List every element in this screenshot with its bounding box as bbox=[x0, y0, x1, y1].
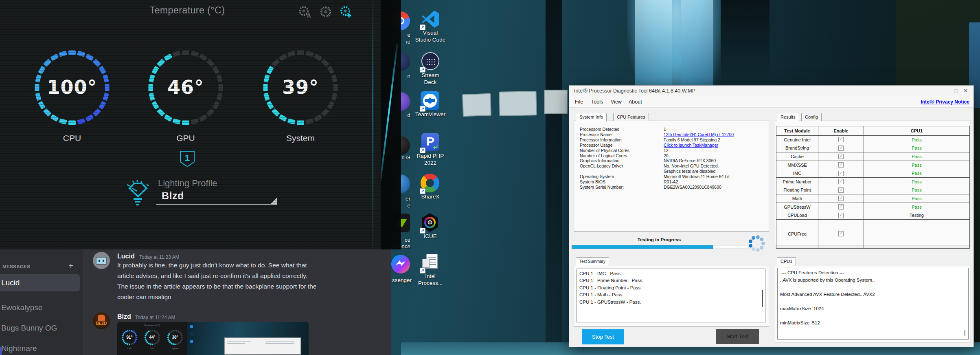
sidebar-item-lucid[interactable]: Lucid bbox=[0, 274, 80, 291]
menu-view[interactable]: View bbox=[611, 99, 622, 105]
mini-gpu-label: GPU bbox=[143, 347, 162, 350]
checkbox[interactable] bbox=[838, 137, 844, 142]
desktop-icon-teamviewer[interactable]: ↗ TeamViewer bbox=[408, 91, 453, 118]
scrollbar-thumb[interactable] bbox=[965, 330, 965, 336]
lighting-gem-icon bbox=[121, 178, 153, 208]
loading-spinner-icon bbox=[747, 234, 766, 253]
wallpaper-pillar bbox=[721, 0, 770, 85]
info-value-link[interactable]: Click to launch TaskManager bbox=[664, 143, 718, 148]
avatar[interactable] bbox=[93, 252, 110, 269]
tab-cpu-features[interactable]: CPU Features bbox=[613, 113, 649, 121]
tab-test-summary[interactable]: Test Summary bbox=[576, 257, 609, 266]
enable-cell bbox=[818, 203, 864, 211]
icon-label: Rapid PHP bbox=[408, 152, 453, 159]
checkbox[interactable] bbox=[838, 171, 844, 176]
summary-line: CPU 1 - Floating Point - Pass. bbox=[579, 284, 763, 291]
menu-file[interactable]: File bbox=[575, 99, 583, 105]
test-module-name: IMC bbox=[776, 169, 818, 177]
checkbox[interactable] bbox=[838, 231, 844, 236]
message-author[interactable]: Blzd bbox=[117, 313, 131, 320]
desktop-icon-sharex[interactable]: ↗ ShareX bbox=[408, 174, 453, 200]
system-info-row: Graphics InformationNVIDIA GeForce RTX 3… bbox=[580, 158, 734, 163]
start-test-button[interactable]: Start Test bbox=[716, 329, 759, 344]
shortcut-arrow-icon: ↗ bbox=[420, 67, 425, 73]
desktop-icon-stream-deck[interactable]: ↗ Stream Deck bbox=[408, 51, 453, 86]
test-module-name: Floating Point bbox=[776, 186, 818, 194]
fan-icon[interactable] bbox=[318, 5, 333, 19]
sidebar-item-bugs-bunny-og[interactable]: Bugs Bunny OG bbox=[0, 320, 80, 337]
checkbox[interactable] bbox=[838, 213, 844, 218]
cpu1-line bbox=[780, 298, 966, 305]
checkbox[interactable] bbox=[838, 162, 844, 168]
intel-diagnostic-window: Intel® Processor Diagnostic Tool 64Bit 4… bbox=[569, 85, 974, 347]
cpu1-output[interactable]: --- CPU Features Detection ---..AVX is s… bbox=[777, 268, 969, 340]
lighting-profile-dropdown[interactable]: Blzd bbox=[162, 190, 184, 202]
summary-line: CPU 1 - Prime Number - Pass. bbox=[579, 277, 763, 284]
fan-custom-icon[interactable] bbox=[338, 5, 354, 19]
gpu-temp-value: 46° bbox=[141, 76, 230, 98]
menu-tools[interactable]: Tools bbox=[591, 99, 603, 105]
progress-fill bbox=[572, 245, 713, 249]
desktop-icon-icue[interactable]: ⏼ ↗ iCUE bbox=[408, 213, 453, 240]
checkbox[interactable] bbox=[838, 179, 844, 184]
create-dm-button[interactable]: + bbox=[68, 261, 73, 271]
message-text-line: It probably is fine, the guy just didn't… bbox=[117, 262, 362, 269]
sidebar-item-ewokalypse[interactable]: Ewokalypse bbox=[0, 299, 80, 316]
mini-system-value: 38° bbox=[165, 335, 185, 340]
cpu-temperature-gauge: 100° CPU bbox=[27, 43, 117, 145]
maximize-button[interactable]: □ bbox=[951, 87, 960, 95]
wallpaper-window-pane bbox=[499, 91, 537, 116]
summary-line: CPU 1 - IMC - Pass. bbox=[579, 270, 763, 277]
checkbox[interactable] bbox=[838, 204, 844, 209]
results-group: Results Config Test ModuleEnableCPU1Genu… bbox=[775, 121, 971, 245]
tab-config[interactable]: Config bbox=[801, 113, 822, 121]
enable-cell bbox=[818, 144, 864, 152]
info-label: System Serial Number: bbox=[580, 185, 664, 190]
temperature-title: Temperature (°C) bbox=[134, 5, 240, 16]
desktop-icon-rapid-php[interactable]: P↵ ↗ Rapid PHP 2022 bbox=[408, 132, 453, 166]
sidebar-item-nightmare[interactable]: Nightmare bbox=[0, 340, 80, 355]
discord-window: MESSAGES + LucidEwokalypseBugs Bunny OGN… bbox=[0, 249, 391, 355]
info-value: R01-A2 bbox=[664, 179, 678, 185]
result-status: Pass bbox=[864, 144, 969, 152]
close-button[interactable]: ✕ bbox=[961, 87, 970, 95]
summary-line: CPU 1 - GPUStressW - Pass. bbox=[579, 299, 763, 306]
icon-label: Deck bbox=[408, 79, 453, 86]
cpu1-line: --- CPU Features Detection --- bbox=[780, 269, 966, 277]
tab-cpu1[interactable]: CPU1 bbox=[777, 257, 796, 266]
gpu-gauge-label: GPU bbox=[141, 133, 230, 143]
stop-test-button[interactable]: Stop Test bbox=[582, 329, 624, 344]
icon-label: Intel bbox=[408, 273, 453, 280]
checkbox[interactable] bbox=[838, 154, 844, 159]
tab-results[interactable]: Results bbox=[777, 113, 799, 121]
mini-cpu-label: CPU bbox=[120, 347, 139, 350]
image-attachment[interactable]: Temperature (°C) 91° CPU 44° GPU 38° Sys… bbox=[117, 322, 309, 355]
fan-auto-icon[interactable]: A bbox=[297, 5, 312, 19]
shortcut-arrow-icon: ↗ bbox=[420, 268, 425, 273]
profile-badge[interactable]: 1 bbox=[180, 150, 195, 168]
column-header: CPU1 bbox=[864, 126, 969, 135]
title-bar[interactable]: Intel® Processor Diagnostic Tool 64Bit 4… bbox=[569, 86, 973, 96]
screen: e ie n d n G er e ce erience ssenger ↗ V… bbox=[0, 0, 980, 355]
test-summary-list[interactable]: CPU 1 - IMC - Pass.CPU 1 - Prime Number … bbox=[577, 269, 765, 322]
dropdown-arrow-icon[interactable] bbox=[271, 198, 277, 204]
privacy-notice-link[interactable]: Intel® Privacy Notice bbox=[921, 99, 969, 105]
tab-system-info[interactable]: System Info bbox=[576, 113, 607, 121]
menu-about[interactable]: About bbox=[629, 99, 642, 105]
icon-label: Stream bbox=[408, 72, 453, 79]
desktop-icon-visual-studio-code[interactable]: ↗ Visual Studio Code bbox=[408, 10, 453, 43]
info-value: Graphics tests are disabled bbox=[664, 169, 715, 174]
info-value-link[interactable]: 12th Gen Intel(R) Core(TM) i7-12700 bbox=[664, 132, 734, 137]
profile-badge-number: 1 bbox=[184, 153, 190, 163]
checkbox[interactable] bbox=[838, 196, 844, 201]
enable-cell bbox=[818, 136, 864, 144]
scrollbar-thumb[interactable] bbox=[762, 290, 763, 307]
message-author[interactable]: Lucid bbox=[117, 253, 135, 260]
info-label: Number of Physical Cores bbox=[580, 148, 664, 153]
avatar[interactable]: BLZD bbox=[93, 312, 110, 329]
minimize-button[interactable]: — bbox=[942, 87, 951, 95]
checkbox[interactable] bbox=[838, 146, 844, 151]
mini-cpu-gauge: 91° CPU bbox=[120, 329, 139, 352]
desktop-icon-intel-processor-tool[interactable]: ↗ Intel Process... bbox=[408, 253, 453, 287]
checkbox[interactable] bbox=[838, 187, 844, 193]
